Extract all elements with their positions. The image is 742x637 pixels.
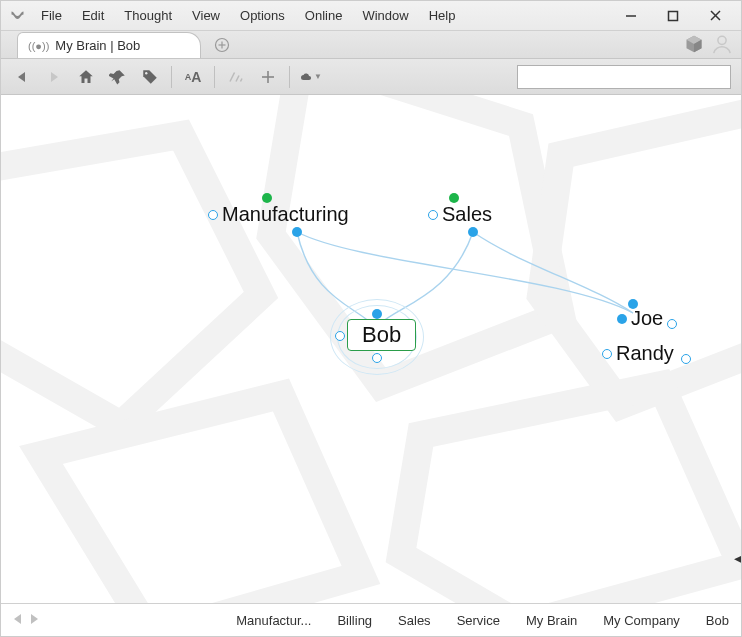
svg-point-7 — [718, 36, 726, 44]
node-joe[interactable]: Joe — [617, 307, 663, 330]
side-collapse-icon[interactable]: ◂ — [734, 550, 741, 566]
back-button[interactable] — [11, 66, 33, 88]
cloud-button[interactable]: ▼ — [300, 66, 322, 88]
tag-button[interactable] — [139, 66, 161, 88]
node-sales[interactable]: Sales — [428, 203, 492, 226]
breadcrumb-bar: Manufactur... Billing Sales Service My B… — [1, 603, 741, 636]
broadcast-icon: ((●)) — [28, 40, 49, 52]
separator — [214, 66, 215, 88]
menu-thought[interactable]: Thought — [116, 4, 180, 27]
tab-title: My Brain | Bob — [55, 38, 140, 53]
breadcrumb-item[interactable]: Manufactur... — [236, 613, 311, 628]
node-label: Bob — [362, 322, 401, 348]
menu-window[interactable]: Window — [354, 4, 416, 27]
toolbar: AA ▼ — [1, 59, 741, 95]
svg-rect-1 — [669, 11, 678, 20]
jump-gate-icon[interactable] — [681, 354, 691, 364]
sibling-gate-icon[interactable] — [208, 210, 218, 220]
node-label: Joe — [631, 307, 663, 330]
breadcrumb-item[interactable]: Bob — [706, 613, 729, 628]
menu-edit[interactable]: Edit — [74, 4, 112, 27]
jump-gate-icon[interactable] — [667, 319, 677, 329]
svg-marker-13 — [14, 614, 21, 624]
menu-view[interactable]: View — [184, 4, 228, 27]
sibling-gate-icon[interactable] — [602, 349, 612, 359]
separator — [171, 66, 172, 88]
expand-button[interactable] — [257, 66, 279, 88]
node-bob-active[interactable]: Bob — [347, 319, 416, 351]
menu-file[interactable]: File — [33, 4, 70, 27]
breadcrumb-item[interactable]: My Company — [603, 613, 680, 628]
jump-gate-icon[interactable] — [335, 331, 345, 341]
breadcrumb-item[interactable]: Sales — [398, 613, 431, 628]
breadcrumb-item[interactable]: Service — [457, 613, 500, 628]
history-forward-icon[interactable] — [29, 613, 39, 628]
app-icon — [7, 7, 25, 25]
sibling-gate-icon[interactable] — [428, 210, 438, 220]
maximize-button[interactable] — [653, 3, 693, 29]
titlebar: File Edit Thought View Options Online Wi… — [1, 1, 741, 31]
text-size-button[interactable]: AA — [182, 66, 204, 88]
menu-bar: File Edit Thought View Options Online Wi… — [33, 4, 611, 27]
parent-gate-icon[interactable] — [262, 193, 272, 203]
menu-help[interactable]: Help — [421, 4, 464, 27]
history-back-icon[interactable] — [13, 613, 23, 628]
parent-gate-icon[interactable] — [449, 193, 459, 203]
sibling-gate-icon[interactable] — [617, 314, 627, 324]
svg-marker-9 — [51, 72, 58, 82]
breadcrumb-list: Manufactur... Billing Sales Service My B… — [47, 613, 729, 628]
node-label: Manufacturing — [222, 203, 349, 226]
cube-icon[interactable] — [683, 33, 705, 55]
child-gate-icon[interactable] — [372, 353, 382, 363]
search-input[interactable] — [517, 65, 731, 89]
breadcrumb-item[interactable]: My Brain — [526, 613, 577, 628]
user-icon[interactable] — [711, 33, 733, 55]
node-label: Sales — [442, 203, 492, 226]
wander-button[interactable] — [225, 66, 247, 88]
forward-button[interactable] — [43, 66, 65, 88]
plex-canvas[interactable]: Manufacturing Sales Bob Joe Randy ◂ — [1, 95, 741, 603]
child-gate-icon[interactable] — [468, 227, 478, 237]
node-manufacturing[interactable]: Manufacturing — [208, 203, 349, 226]
close-button[interactable] — [695, 3, 735, 29]
breadcrumb-item[interactable]: Billing — [337, 613, 372, 628]
home-button[interactable] — [75, 66, 97, 88]
tab-active[interactable]: ((●)) My Brain | Bob — [17, 32, 201, 58]
node-label: Randy — [616, 342, 674, 365]
window-controls — [611, 3, 735, 29]
tab-bar: ((●)) My Brain | Bob — [1, 31, 741, 59]
svg-point-10 — [145, 72, 147, 74]
svg-marker-14 — [31, 614, 38, 624]
minimize-button[interactable] — [611, 3, 651, 29]
pin-button[interactable] — [107, 66, 129, 88]
parent-gate-icon[interactable] — [372, 309, 382, 319]
svg-marker-8 — [18, 72, 25, 82]
menu-options[interactable]: Options — [232, 4, 293, 27]
node-randy[interactable]: Randy — [602, 342, 674, 365]
menu-online[interactable]: Online — [297, 4, 351, 27]
separator — [289, 66, 290, 88]
add-tab-button[interactable] — [211, 34, 233, 56]
child-gate-icon[interactable] — [292, 227, 302, 237]
